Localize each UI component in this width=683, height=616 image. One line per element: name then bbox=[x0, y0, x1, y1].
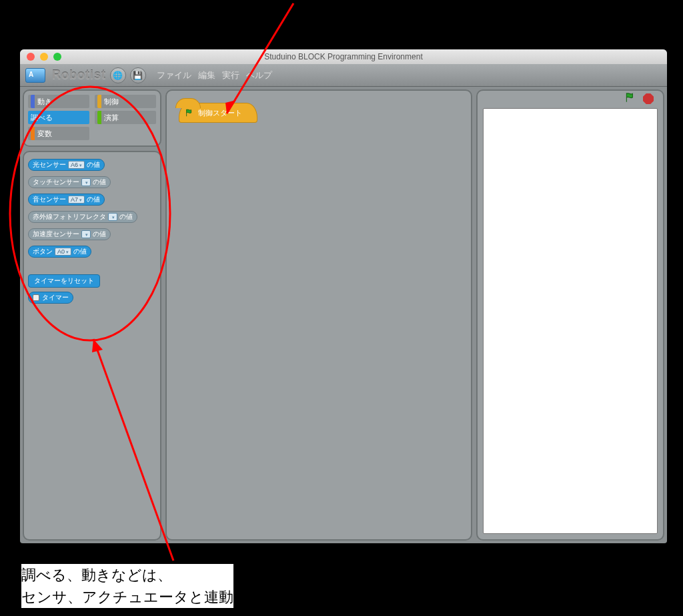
stop-button[interactable] bbox=[643, 93, 654, 104]
save-button[interactable]: 💾 bbox=[130, 67, 146, 83]
workarea: 動き 制御 調べる 演算 変数 光センサー A6 の値 タッチセンサー の値 bbox=[20, 87, 667, 543]
menubar: Robotist 🌐 💾 ファイル 編集 実行 ヘルプ bbox=[20, 64, 667, 87]
block-accel-sensor[interactable]: 加速度センサー の値 bbox=[28, 228, 111, 240]
block-button-pre: ボタン bbox=[33, 247, 53, 256]
script-column: 制御スタート bbox=[165, 89, 472, 541]
block-ir-post: の値 bbox=[119, 212, 133, 222]
block-touch-post: の値 bbox=[93, 178, 106, 187]
block-palette: 光センサー A6 の値 タッチセンサー の値 音センサー A7 の値 赤外線フォ… bbox=[23, 151, 161, 541]
block-touch-sensor[interactable]: タッチセンサー の値 bbox=[28, 176, 111, 188]
app-window: Studuino BLOCK Programming Environment R… bbox=[20, 49, 667, 543]
category-variables-label: 変数 bbox=[37, 129, 52, 139]
green-flag-icon bbox=[185, 108, 194, 117]
category-motion[interactable]: 動き bbox=[28, 95, 89, 108]
touch-port-dropdown[interactable] bbox=[81, 178, 91, 186]
hat-block-start[interactable]: 制御スタート bbox=[179, 103, 257, 123]
block-sound-sensor[interactable]: 音センサー A7 の値 bbox=[28, 194, 105, 206]
menu-edit[interactable]: 編集 bbox=[198, 69, 215, 81]
annotation-line1: 調べる、動きなどは、 bbox=[21, 564, 233, 586]
brand-text: Robotist bbox=[52, 68, 106, 82]
accel-port-dropdown[interactable] bbox=[81, 230, 91, 238]
block-timer[interactable]: タイマー bbox=[28, 292, 73, 304]
window-title: Studuino BLOCK Programming Environment bbox=[20, 52, 667, 61]
block-ir-sensor[interactable]: 赤外線フォトリフレクタ の値 bbox=[28, 211, 137, 223]
category-sensing-label: 調べる bbox=[31, 113, 53, 123]
block-touch-pre: タッチセンサー bbox=[33, 178, 79, 187]
stage-canvas[interactable] bbox=[483, 108, 658, 534]
block-accel-post: の値 bbox=[93, 230, 106, 239]
category-operators[interactable]: 演算 bbox=[95, 111, 156, 124]
palette-column: 動き 制御 調べる 演算 変数 光センサー A6 の値 タッチセンサー の値 bbox=[23, 89, 161, 541]
menu-run[interactable]: 実行 bbox=[222, 69, 239, 81]
go-flag-button[interactable] bbox=[624, 91, 636, 106]
annotation-line2: センサ、アクチュエータと連動 bbox=[21, 586, 233, 608]
category-panel: 動き 制御 調べる 演算 変数 bbox=[23, 89, 161, 147]
block-button-sensor[interactable]: ボタン A0 の値 bbox=[28, 246, 91, 258]
category-sensing[interactable]: 調べる bbox=[28, 111, 89, 124]
annotation-text: 調べる、動きなどは、 センサ、アクチュエータと連動 bbox=[21, 564, 233, 608]
block-ir-pre: 赤外線フォトリフレクタ bbox=[33, 212, 106, 222]
menu-help[interactable]: ヘルプ bbox=[246, 69, 272, 81]
ir-port-dropdown[interactable] bbox=[108, 213, 117, 221]
light-port-dropdown[interactable]: A6 bbox=[68, 161, 85, 169]
block-sound-pre: 音センサー bbox=[33, 195, 66, 204]
stage-header bbox=[478, 91, 663, 107]
block-timer-reset[interactable]: タイマーをリセット bbox=[28, 274, 100, 288]
block-light-sensor[interactable]: 光センサー A6 の値 bbox=[28, 159, 105, 171]
stage-panel bbox=[476, 89, 664, 541]
sound-port-dropdown[interactable]: A7 bbox=[68, 196, 85, 204]
block-sound-post: の値 bbox=[87, 195, 100, 204]
hat-block-label: 制御スタート bbox=[198, 108, 242, 118]
button-port-dropdown[interactable]: A0 bbox=[55, 248, 71, 256]
app-logo-icon bbox=[25, 68, 45, 83]
script-area[interactable]: 制御スタート bbox=[165, 89, 472, 541]
block-light-pre: 光センサー bbox=[33, 160, 66, 170]
menu-file[interactable]: ファイル bbox=[157, 69, 191, 81]
block-accel-pre: 加速度センサー bbox=[33, 230, 79, 239]
block-timer-label: タイマー bbox=[42, 293, 69, 302]
timer-checkbox[interactable] bbox=[33, 294, 39, 301]
category-operators-label: 演算 bbox=[104, 113, 119, 123]
category-motion-label: 動き bbox=[37, 97, 52, 107]
category-variables[interactable]: 変数 bbox=[28, 127, 89, 140]
block-button-post: の値 bbox=[73, 247, 87, 256]
stage-column bbox=[476, 89, 664, 541]
block-light-post: の値 bbox=[87, 160, 100, 170]
language-button[interactable]: 🌐 bbox=[110, 67, 126, 83]
category-control[interactable]: 制御 bbox=[95, 95, 156, 108]
titlebar: Studuino BLOCK Programming Environment bbox=[20, 49, 667, 64]
category-control-label: 制御 bbox=[104, 97, 119, 107]
